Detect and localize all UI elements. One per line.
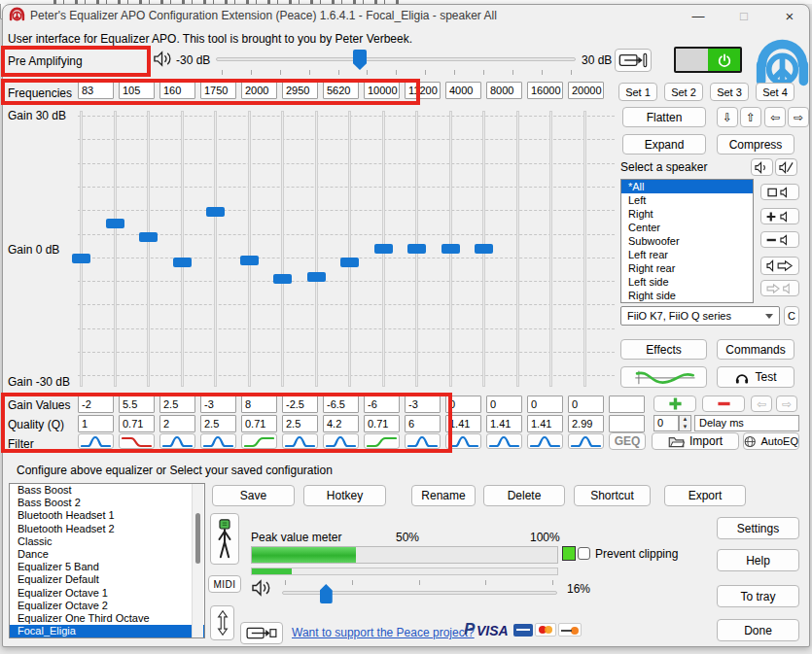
device-preset-select[interactable]: FiiO K7, FiiO Q series	[620, 306, 780, 326]
remove-speaker-button[interactable]	[760, 231, 799, 248]
effects-button[interactable]: Effects	[620, 339, 707, 360]
eq-slider-track[interactable]	[583, 111, 586, 387]
set4-button[interactable]: Set 4	[756, 83, 794, 101]
filter-type-button-peak[interactable]	[200, 433, 236, 449]
eq-slider-thumb[interactable]	[240, 256, 259, 265]
quality-field[interactable]	[119, 415, 155, 432]
eq-slider-track[interactable]	[147, 111, 150, 387]
settings-button[interactable]: Settings	[717, 517, 799, 539]
close-button[interactable]: ×	[770, 4, 809, 29]
maximize-button[interactable]: □	[724, 4, 763, 29]
curve-view-button[interactable]	[620, 366, 707, 388]
profile-person-button[interactable]	[210, 513, 239, 565]
config-list-scrollbar[interactable]	[192, 484, 203, 637]
device-c-button[interactable]: C	[784, 306, 799, 326]
gain-value-field[interactable]	[405, 396, 441, 413]
delete-button[interactable]: Delete	[483, 485, 565, 506]
gain-value-field[interactable]	[200, 396, 236, 413]
expand-button[interactable]: Expand	[622, 134, 706, 155]
speaker-unmute-button[interactable]	[751, 158, 773, 176]
shift-down-button[interactable]: ⇩	[717, 107, 738, 127]
eq-slider-track[interactable]	[315, 111, 318, 387]
rename-button[interactable]: Rename	[411, 485, 476, 506]
add-speaker-button[interactable]	[760, 208, 799, 224]
config-list-item[interactable]: Equalizer Octave 1	[10, 587, 204, 600]
speaker-list-item[interactable]: Left side	[621, 275, 753, 289]
eq-slider-thumb[interactable]	[173, 258, 192, 267]
config-list-item[interactable]: Bluetooth Headset 1	[10, 509, 204, 522]
eq-slider-thumb[interactable]	[307, 272, 326, 282]
filter-type-button-peak[interactable]	[282, 433, 318, 449]
quality-field[interactable]	[527, 415, 563, 432]
filter-type-button-peak[interactable]	[486, 433, 522, 449]
frequency-field[interactable]	[486, 82, 522, 99]
commands-button[interactable]: Commands	[717, 339, 794, 360]
quality-field[interactable]	[78, 415, 114, 432]
delay-value-field[interactable]: 0	[653, 415, 679, 431]
speaker-list-item[interactable]: Subwoofer	[621, 234, 753, 248]
midi-button[interactable]: MIDI	[208, 575, 241, 593]
filter-type-button-peak[interactable]	[445, 433, 481, 449]
config-list-item[interactable]: Bass Boost	[10, 484, 204, 497]
remove-band-button[interactable]	[702, 396, 745, 412]
eq-slider-thumb[interactable]	[106, 219, 124, 228]
speaker-list-item[interactable]: Left	[621, 193, 753, 207]
minimize-button[interactable]: —	[679, 4, 718, 29]
eq-slider-track[interactable]	[516, 111, 519, 387]
speaker-mute-button[interactable]	[775, 158, 797, 176]
frequency-field[interactable]	[159, 82, 195, 99]
copy-speaker-to-button[interactable]	[760, 257, 799, 275]
config-list-item[interactable]: Equalizer One Third Octave	[10, 612, 204, 625]
eq-slider-track[interactable]	[281, 111, 284, 387]
filter-type-button-highshelf[interactable]	[241, 433, 277, 449]
set3-button[interactable]: Set 3	[710, 83, 749, 101]
eq-slider-thumb[interactable]	[273, 274, 292, 284]
frequency-field[interactable]	[200, 82, 236, 99]
shift-left-button[interactable]: ⇦	[764, 107, 786, 127]
config-list-item[interactable]: Equalizer Octave 2	[10, 600, 204, 612]
compress-button[interactable]: Compress	[717, 134, 794, 155]
copy-speaker-from-button[interactable]	[760, 280, 799, 296]
shortcut-button[interactable]: Shortcut	[574, 485, 651, 506]
solo-speaker-button[interactable]	[760, 184, 799, 200]
export-button[interactable]: Export	[664, 485, 746, 506]
speaker-list-item[interactable]: Right rear	[621, 261, 753, 275]
eq-slider-thumb[interactable]	[72, 254, 90, 263]
updown-resize-button[interactable]	[210, 605, 234, 640]
eq-slider-track[interactable]	[214, 111, 217, 387]
eq-slider-thumb[interactable]	[340, 258, 359, 267]
shift-right-button[interactable]: ⇨	[788, 107, 809, 127]
scrollbar-thumb[interactable]	[195, 513, 200, 564]
eq-slider-track[interactable]	[348, 111, 351, 387]
gain-value-field[interactable]	[568, 396, 604, 413]
eq-slider-track[interactable]	[248, 111, 251, 387]
frequency-field[interactable]	[568, 82, 604, 99]
send-to-device-button[interactable]	[615, 49, 652, 72]
config-list-item[interactable]: Equalizer Default	[10, 573, 204, 586]
eq-slider-track[interactable]	[181, 111, 184, 387]
flatten-button[interactable]: Flatten	[622, 107, 706, 127]
quality-field[interactable]	[159, 415, 195, 432]
set2-button[interactable]: Set 2	[664, 83, 703, 101]
speaker-list-item[interactable]: Left rear	[621, 248, 753, 261]
eq-slider-thumb[interactable]	[139, 232, 158, 242]
config-list-item[interactable]: Bass Boost 2	[10, 497, 204, 509]
eq-slider-thumb[interactable]	[441, 244, 460, 254]
set1-button[interactable]: Set 1	[618, 83, 657, 101]
filter-type-button-peak[interactable]	[78, 433, 114, 449]
gain-value-field[interactable]	[527, 396, 563, 413]
config-list-item[interactable]: Dance	[10, 548, 204, 561]
filter-type-button-peak[interactable]	[568, 433, 604, 449]
hotkey-button[interactable]: Hotkey	[303, 485, 386, 506]
eq-slider-track[interactable]	[549, 111, 552, 387]
support-link[interactable]: Want to support the Peace project?	[292, 626, 475, 639]
geq-button[interactable]: GEQ	[609, 432, 646, 450]
frequency-field[interactable]	[364, 82, 400, 99]
band-prev-button[interactable]: ⇦	[751, 396, 772, 412]
export-to-device-button[interactable]	[240, 622, 283, 644]
config-list-item[interactable]: Bluetooth Headset 2	[10, 523, 204, 535]
gain-value-field[interactable]	[609, 396, 645, 413]
gain-value-field[interactable]	[445, 396, 481, 413]
shift-up-button[interactable]: ⇧	[740, 107, 761, 127]
gain-value-field[interactable]	[119, 396, 155, 413]
